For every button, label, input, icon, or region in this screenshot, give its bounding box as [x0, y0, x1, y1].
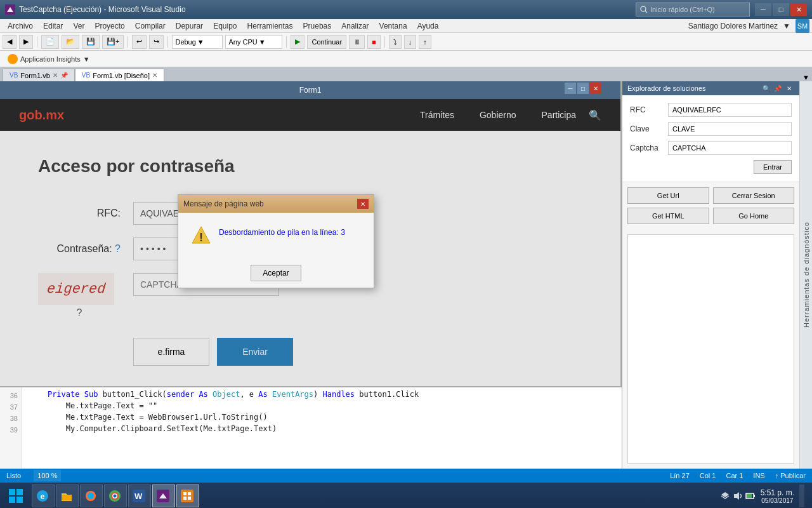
- quick-launch-bar[interactable]: [636, 3, 750, 17]
- systray-icons: [720, 491, 756, 501]
- taskbar-word[interactable]: W: [128, 485, 151, 507]
- cerrar-sesion-button[interactable]: Cerrar Sesion: [713, 187, 795, 204]
- back-btn[interactable]: ◀: [3, 35, 16, 49]
- diagnostics-panel: Herramientas de diagnóstico: [799, 81, 812, 469]
- taskbar-vs[interactable]: [152, 485, 175, 507]
- status-line: Lín 27: [670, 472, 690, 479]
- cpu-dropdown-icon: ▼: [259, 38, 266, 46]
- close-button[interactable]: ✕: [790, 3, 807, 16]
- step-into-btn[interactable]: ↓: [404, 35, 417, 49]
- continue-btn[interactable]: Continuar: [307, 35, 346, 49]
- panel-close-btn[interactable]: ✕: [784, 83, 794, 93]
- undo-btn[interactable]: ↩: [132, 35, 147, 49]
- main-toolbar: ◀ ▶ 📄 📂 💾 💾+ ↩ ↪ Debug ▼ Any CPU ▼ ▶ Con…: [0, 33, 812, 51]
- visual-studio-icon: [157, 490, 169, 502]
- menu-analizar[interactable]: Analizar: [336, 20, 374, 32]
- minimize-button[interactable]: ─: [755, 3, 771, 16]
- user-dropdown-icon[interactable]: ▼: [783, 22, 790, 30]
- svg-line-2: [645, 11, 647, 13]
- rfc-panel-label: RFC: [630, 105, 668, 114]
- web-content: gob.mx Trámites Gobierno Participa 🔍 Acc…: [0, 99, 620, 386]
- form1-close-btn[interactable]: ✕: [590, 83, 601, 94]
- start-button[interactable]: [3, 485, 29, 507]
- entrar-button[interactable]: Entrar: [754, 160, 792, 174]
- tab-form1-design[interactable]: VB Form1.vb [Diseño] ✕: [75, 69, 164, 81]
- open-btn[interactable]: 📂: [62, 35, 79, 49]
- search-icon: [640, 6, 648, 13]
- menu-ayuda[interactable]: Ayuda: [412, 20, 444, 32]
- captcha-panel-label: Captcha: [630, 144, 668, 152]
- window-controls: ─ □ ✕: [755, 3, 807, 16]
- user-name: Santiago Dolores Martinez: [688, 22, 778, 30]
- insights-toolbar: Application Insights ▼: [0, 51, 812, 67]
- separator-4: [286, 36, 287, 48]
- forward-btn[interactable]: ▶: [19, 35, 33, 49]
- stop-btn[interactable]: ■: [367, 35, 381, 49]
- cpu-dropdown[interactable]: Any CPU ▼: [225, 35, 282, 49]
- captcha-panel-input[interactable]: [668, 141, 792, 155]
- panel-search-btn[interactable]: 🔍: [761, 83, 771, 93]
- modal-title: Mensaje de página web: [183, 199, 264, 208]
- taskbar-ie[interactable]: e: [32, 485, 55, 507]
- menu-pruebas[interactable]: Pruebas: [298, 20, 337, 32]
- clave-panel-input[interactable]: [668, 122, 792, 136]
- step-over-btn[interactable]: ⤵: [389, 35, 402, 49]
- menu-equipo[interactable]: Equipo: [208, 20, 242, 32]
- insights-icon: [8, 54, 18, 64]
- menu-editar[interactable]: Editar: [38, 20, 68, 32]
- folder-icon: [60, 490, 73, 502]
- taskbar-file-explorer[interactable]: [56, 485, 79, 507]
- pin-icon[interactable]: 📌: [60, 72, 68, 79]
- form1-controls: ─ □ ✕: [565, 83, 601, 94]
- show-desktop-btn[interactable]: [799, 485, 804, 507]
- save-btn[interactable]: 💾: [82, 35, 100, 49]
- tab-form1-vb[interactable]: VB Form1.vb ✕ 📌: [3, 69, 75, 81]
- code-text[interactable]: Private Sub button1_Click(sender As Obje…: [24, 387, 424, 469]
- redo-btn[interactable]: ↪: [149, 35, 164, 49]
- panel-pin-btn[interactable]: 📌: [773, 83, 783, 93]
- editor-area: Form1 ─ □ ✕ gob.mx Trámites Gobierno Pa: [0, 81, 622, 469]
- firefox-icon: [84, 490, 97, 502]
- maximize-button[interactable]: □: [773, 3, 789, 16]
- rfc-panel-input[interactable]: [668, 103, 792, 117]
- tab-close-form1-vb[interactable]: ✕: [53, 72, 58, 79]
- code-line-39: My.Computer.Clipboard.SetText(Me.txtPage…: [29, 424, 419, 436]
- taskbar-app[interactable]: [176, 485, 199, 507]
- quick-launch-input[interactable]: [650, 6, 745, 13]
- tab-close-form1-design[interactable]: ✕: [152, 72, 157, 79]
- menu-compilar[interactable]: Compilar: [130, 20, 171, 32]
- svg-rect-28: [754, 495, 755, 497]
- get-html-button[interactable]: Get HTML: [627, 208, 709, 224]
- form1-minimize-btn[interactable]: ─: [565, 83, 576, 94]
- form1-maximize-btn[interactable]: □: [577, 83, 589, 94]
- windows-logo-icon: [8, 488, 23, 504]
- status-car: Car 1: [726, 472, 743, 479]
- save-all-btn[interactable]: 💾+: [102, 35, 124, 49]
- taskbar-firefox[interactable]: [80, 485, 103, 507]
- insights-button[interactable]: Application Insights ▼: [3, 53, 95, 65]
- status-publish[interactable]: ↑ Publicar: [775, 472, 806, 479]
- accept-button[interactable]: Aceptar: [251, 265, 301, 281]
- menu-ventana[interactable]: Ventana: [374, 20, 412, 32]
- clock: 5:51 p. m. 05/03/2017: [761, 488, 794, 504]
- menu-ver[interactable]: Ver: [68, 20, 89, 32]
- get-url-button[interactable]: Get Url: [627, 187, 709, 204]
- new-btn[interactable]: 📄: [41, 35, 59, 49]
- debug-dropdown[interactable]: Debug ▼: [172, 35, 223, 49]
- svg-rect-22: [183, 492, 187, 495]
- start-btn[interactable]: ▶: [291, 35, 304, 49]
- text-output-area[interactable]: [627, 234, 794, 464]
- pause-btn[interactable]: ⏸: [349, 35, 365, 49]
- menu-archivo[interactable]: Archivo: [3, 20, 38, 32]
- menu-proyecto[interactable]: Proyecto: [89, 20, 129, 32]
- menu-herramientas[interactable]: Herramientas: [242, 20, 298, 32]
- step-out-btn[interactable]: ↑: [419, 35, 431, 49]
- tab-list-btn[interactable]: ▼: [802, 74, 809, 81]
- rfc-field: RFC: [630, 103, 792, 117]
- go-home-button[interactable]: Go Home: [713, 208, 795, 224]
- modal-close-button[interactable]: ✕: [357, 199, 369, 209]
- menu-depurar[interactable]: Depurar: [171, 20, 208, 32]
- taskbar-chrome[interactable]: [104, 485, 127, 507]
- zoom-control[interactable]: 100 %: [34, 470, 61, 481]
- insights-dropdown-icon: ▼: [83, 55, 90, 63]
